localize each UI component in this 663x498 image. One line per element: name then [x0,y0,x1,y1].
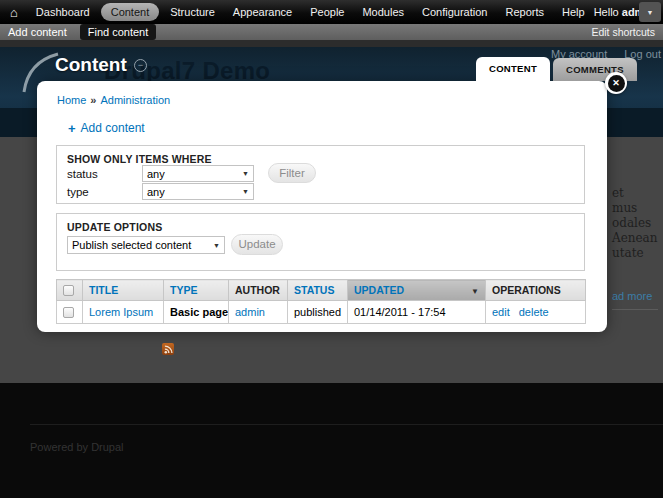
table-row: Lorem Ipsum Basic page admin published 0… [57,301,586,324]
toolbar-item-help[interactable]: Help [553,4,594,20]
delete-link[interactable]: delete [519,306,549,318]
update-options-fieldset: UPDATE OPTIONS Publish selected content … [56,213,585,271]
column-header-title[interactable]: TITLE [83,280,164,301]
filter-fieldset-legend: SHOW ONLY ITEMS WHERE [67,153,212,165]
toolbar-item-modules[interactable]: Modules [353,4,413,20]
node-type: Basic page [164,301,229,324]
lorem-fragment: utate [612,246,644,260]
breadcrumb-home-link[interactable]: Home [57,94,86,106]
column-header-status[interactable]: STATUS [288,280,348,301]
content-table: TITLE TYPE AUTHOR STATUS ▼ UPDATED OPERA… [56,279,586,324]
footer-divider [30,424,663,425]
breadcrumb-administration-link[interactable]: Administration [100,94,170,106]
lorem-fragment: odales [612,216,651,230]
node-author-link[interactable]: admin [235,306,265,318]
sort-desc-icon: ▼ [471,287,479,296]
type-label: type [67,186,89,198]
breadcrumb-separator-icon: » [90,94,96,106]
home-icon[interactable]: ⌂ [0,6,27,19]
column-header-author: AUTHOR [229,280,288,301]
toolbar-collapse-toggle[interactable]: ▼ [639,2,661,22]
select-caret-icon: ▼ [242,170,249,177]
column-header-operations: OPERATIONS [486,280,586,301]
edit-link[interactable]: edit [492,306,510,318]
toolbar-item-structure[interactable]: Structure [161,4,224,20]
toolbar-item-content[interactable]: Content [101,3,160,21]
lorem-fragment: et [612,186,624,200]
overlay-close-button[interactable]: ✕ [605,72,627,94]
update-button[interactable]: Update [231,234,283,255]
breadcrumb: Home»Administration [57,94,170,106]
add-content-link[interactable]: + Add content [68,121,145,135]
close-icon: ✕ [608,75,625,92]
shortcut-find-content[interactable]: Find content [80,24,157,40]
toolbar-shadow-strip [0,40,663,47]
filter-fieldset: SHOW ONLY ITEMS WHERE status any ▼ Filte… [56,145,585,204]
overlay-page-title: Content − [55,54,147,76]
select-caret-icon: ▼ [242,188,249,195]
admin-toolbar: ⌂ Dashboard Content Structure Appearance… [0,0,663,24]
toolbar-item-dashboard[interactable]: Dashboard [27,4,99,20]
type-select[interactable]: any ▼ [142,183,254,200]
filter-button[interactable]: Filter [268,163,316,183]
update-action-select[interactable]: Publish selected content ▼ [67,236,225,254]
node-status: published [288,301,348,324]
overlay-minimize-icon[interactable]: − [134,59,147,72]
plus-icon: + [68,122,76,135]
node-updated: 01/14/2011 - 17:54 [348,301,486,324]
update-fieldset-legend: UPDATE OPTIONS [67,221,162,233]
edit-shortcuts-link[interactable]: Edit shortcuts [591,26,663,38]
status-select[interactable]: any ▼ [142,165,254,182]
select-all-checkbox[interactable] [63,285,74,296]
content-overlay-modal: Home»Administration + Add content SHOW O… [37,81,607,332]
toolbar-item-reports[interactable]: Reports [496,4,553,20]
row-checkbox[interactable] [63,307,74,318]
toolbar-item-people[interactable]: People [301,4,353,20]
node-divider [612,309,658,310]
tab-content[interactable]: CONTENT [476,57,550,81]
status-label: status [67,168,98,180]
select-caret-icon: ▼ [213,242,220,249]
node-title-link[interactable]: Lorem Ipsum [89,306,153,318]
powered-by-text: Powered by Drupal [30,441,124,453]
site-footer-dimmed: Powered by Drupal [0,383,663,498]
lorem-fragment: Aenean [612,231,657,245]
toolbar-item-configuration[interactable]: Configuration [413,4,496,20]
column-header-updated[interactable]: ▼ UPDATED [348,280,486,301]
shortcut-bar: Add content Find content Edit shortcuts [0,24,663,40]
column-header-type[interactable]: TYPE [164,280,229,301]
read-more-link[interactable]: ad more [612,290,652,302]
toolbar-item-appearance[interactable]: Appearance [224,4,301,20]
shortcut-add-content[interactable]: Add content [0,24,75,40]
lorem-fragment: mus [612,201,637,215]
rss-feed-icon[interactable] [162,343,174,355]
table-header-row: TITLE TYPE AUTHOR STATUS ▼ UPDATED OPERA… [57,280,586,301]
chevron-down-icon: ▼ [647,9,654,16]
